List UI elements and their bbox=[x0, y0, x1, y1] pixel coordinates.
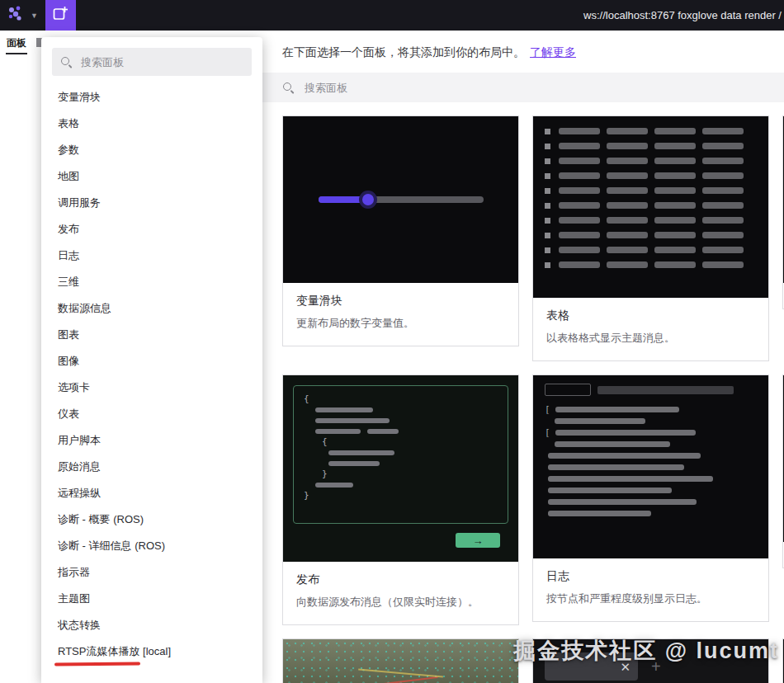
panel-card-publish[interactable]: {{}} → 发布 向数据源发布消息（仅限实时连接）。 bbox=[282, 374, 519, 625]
panel-card-image[interactable] bbox=[282, 638, 519, 683]
menu-item-call-service[interactable]: 调用服务 bbox=[41, 190, 262, 216]
instruction-label: 在下面选择一个面板，将其添加到你的布局中。 bbox=[282, 45, 525, 59]
log-select-box bbox=[545, 384, 591, 396]
slider-track bbox=[319, 196, 484, 203]
card-info: 变量滑块 更新布局的数字变量值。 bbox=[283, 283, 518, 346]
slider-preview bbox=[283, 116, 518, 283]
menu-item-state-transitions[interactable]: 状态转换 bbox=[41, 612, 262, 638]
overlay-line bbox=[358, 669, 442, 678]
panel-card-table[interactable]: 表格 以表格格式显示主题消息。 bbox=[532, 115, 769, 361]
menu-item-user-scripts[interactable]: 用户脚本 bbox=[41, 427, 262, 454]
tab-panel[interactable]: 面板 bbox=[7, 36, 26, 50]
menu-item-slider[interactable]: 变量滑块 bbox=[41, 84, 262, 111]
learn-more-link[interactable]: 了解更多 bbox=[530, 45, 576, 59]
publish-code: {{}} bbox=[293, 385, 508, 524]
card-info: 表格 以表格格式显示主题消息。 bbox=[533, 298, 768, 360]
menu-item-map[interactable]: 地图 bbox=[41, 163, 262, 190]
app-window: ▼ ws://localhost:8767 foxglove data rend… bbox=[0, 0, 784, 683]
log-filter-bar bbox=[597, 386, 734, 394]
slider-knob bbox=[359, 191, 377, 209]
menu-search-bar bbox=[52, 48, 252, 76]
menu-item-datasource-info[interactable]: 数据源信息 bbox=[41, 295, 262, 322]
panel-card-log[interactable]: [[ 日志 按节点和严重程度级别显示日志。 bbox=[532, 374, 769, 622]
watermark-text: 掘金技术社区 @ lucumt bbox=[513, 636, 779, 666]
menu-item-gauge[interactable]: 仪表 bbox=[41, 401, 262, 427]
panel-card-slider[interactable]: 变量滑块 更新布局的数字变量值。 bbox=[282, 115, 519, 346]
card-description: 更新布局的数字变量值。 bbox=[296, 316, 505, 331]
log-preview-controls bbox=[545, 384, 757, 396]
catalog-search-bar bbox=[262, 73, 784, 102]
add-panel-button[interactable] bbox=[45, 0, 76, 31]
search-icon bbox=[282, 82, 295, 94]
card-title: 表格 bbox=[546, 309, 755, 323]
add-panel-icon bbox=[53, 6, 68, 25]
foxglove-logo-icon bbox=[7, 4, 26, 27]
panel-menu-dropdown: 变量滑块 表格 参数 地图 调用服务 发布 日志 三维 数据源信息 图表 图像 … bbox=[41, 37, 262, 683]
panel-catalog: 在下面选择一个面板，将其添加到你的布局中。了解更多 变量滑块 更新布局的数字变量… bbox=[262, 31, 784, 683]
card-info: 发布 向数据源发布消息（仅限实时连接）。 bbox=[283, 562, 518, 624]
search-icon bbox=[60, 56, 73, 68]
panel-card-grid: 变量滑块 更新布局的数字变量值。 表格 以表格格式显示主题消息。 bbox=[262, 102, 784, 683]
menu-item-3d[interactable]: 三维 bbox=[41, 269, 262, 295]
menu-item-teleop[interactable]: 远程操纵 bbox=[41, 480, 262, 506]
instruction-text: 在下面选择一个面板，将其添加到你的布局中。了解更多 bbox=[262, 31, 784, 60]
menu-item-log[interactable]: 日志 bbox=[41, 243, 262, 269]
table-preview bbox=[533, 116, 768, 298]
card-description: 按节点和严重程度级别显示日志。 bbox=[546, 591, 755, 606]
menu-item-image[interactable]: 图像 bbox=[41, 348, 262, 374]
menu-item-table[interactable]: 表格 bbox=[41, 111, 262, 137]
menu-item-indicator[interactable]: 指示器 bbox=[41, 559, 262, 586]
menu-item-publish[interactable]: 发布 bbox=[41, 216, 262, 243]
publish-button-icon: → bbox=[456, 533, 500, 548]
overlay-line bbox=[302, 676, 437, 683]
card-description: 以表格格式显示主题消息。 bbox=[546, 331, 755, 346]
app-menu-button[interactable]: ▼ bbox=[0, 4, 41, 27]
catalog-search-input[interactable] bbox=[303, 81, 784, 95]
menu-item-plot[interactable]: 图表 bbox=[41, 322, 262, 348]
menu-item-rtsp[interactable]: RTSP流媒体播放 [local] bbox=[41, 638, 262, 665]
card-title: 发布 bbox=[296, 572, 505, 587]
menu-search-input[interactable] bbox=[79, 55, 243, 69]
topbar: ▼ ws://localhost:8767 foxglove data rend… bbox=[0, 0, 784, 31]
connection-status-text: ws://localhost:8767 foxglove data render… bbox=[583, 9, 784, 21]
image-preview bbox=[283, 639, 518, 683]
panel-menu-list: 变量滑块 表格 参数 地图 调用服务 发布 日志 三维 数据源信息 图表 图像 … bbox=[41, 81, 262, 683]
log-preview: [[ bbox=[533, 375, 768, 558]
publish-preview: {{}} → bbox=[283, 375, 518, 562]
menu-item-raw-messages[interactable]: 原始消息 bbox=[41, 454, 262, 480]
menu-item-diagnostics-summary[interactable]: 诊断 - 概要 (ROS) bbox=[41, 506, 262, 533]
menu-item-tabs[interactable]: 选项卡 bbox=[41, 374, 262, 401]
menu-item-diagnostics-detail[interactable]: 诊断 - 详细信息 (ROS) bbox=[41, 533, 262, 559]
card-title: 变量滑块 bbox=[296, 294, 505, 309]
chevron-down-icon: ▼ bbox=[31, 12, 38, 20]
log-preview-lines: [[ bbox=[545, 403, 757, 519]
card-description: 向数据源发布消息（仅限实时连接）。 bbox=[296, 595, 505, 610]
card-info: 日志 按节点和严重程度级别显示日志。 bbox=[533, 558, 768, 621]
card-title: 日志 bbox=[546, 569, 755, 584]
menu-item-topic-graph[interactable]: 主题图 bbox=[41, 586, 262, 612]
menu-item-parameters[interactable]: 参数 bbox=[41, 137, 262, 163]
